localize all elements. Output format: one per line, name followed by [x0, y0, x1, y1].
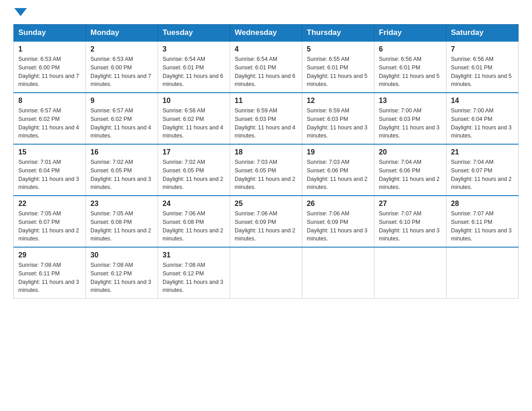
calendar-cell: 21Sunrise: 7:04 AMSunset: 6:07 PMDayligh… [446, 144, 519, 196]
calendar-cell [230, 247, 302, 299]
header-cell-friday: Friday [374, 25, 446, 42]
calendar-week-row: 1Sunrise: 6:53 AMSunset: 6:00 PMDaylight… [14, 41, 519, 93]
day-number: 26 [307, 200, 369, 208]
day-info: Sunrise: 6:56 AMSunset: 6:01 PMDaylight:… [451, 55, 514, 89]
header-cell-monday: Monday [86, 25, 158, 42]
day-number: 24 [163, 200, 225, 208]
day-info: Sunrise: 7:02 AMSunset: 6:05 PMDaylight:… [90, 158, 153, 192]
day-number: 22 [18, 200, 81, 208]
day-info: Sunrise: 6:59 AMSunset: 6:03 PMDaylight:… [307, 107, 369, 140]
day-info: Sunrise: 6:57 AMSunset: 6:02 PMDaylight:… [90, 107, 153, 140]
day-number: 8 [18, 97, 81, 105]
day-number: 4 [235, 45, 297, 53]
day-number: 29 [18, 251, 81, 259]
header-cell-sunday: Sunday [14, 25, 86, 42]
calendar-cell: 19Sunrise: 7:03 AMSunset: 6:06 PMDayligh… [302, 144, 374, 196]
calendar-cell: 23Sunrise: 7:05 AMSunset: 6:08 PMDayligh… [86, 196, 158, 247]
day-number: 12 [307, 97, 369, 105]
day-number: 17 [163, 148, 225, 156]
day-info: Sunrise: 6:54 AMSunset: 6:01 PMDaylight:… [235, 55, 297, 89]
calendar-cell [446, 247, 519, 299]
calendar-cell: 6Sunrise: 6:56 AMSunset: 6:01 PMDaylight… [374, 41, 446, 93]
calendar-header: SundayMondayTuesdayWednesdayThursdayFrid… [14, 25, 519, 42]
calendar-cell: 4Sunrise: 6:54 AMSunset: 6:01 PMDaylight… [230, 41, 302, 93]
day-number: 3 [163, 45, 225, 53]
day-info: Sunrise: 7:08 AMSunset: 6:11 PMDaylight:… [18, 261, 81, 295]
calendar-cell: 5Sunrise: 6:55 AMSunset: 6:01 PMDaylight… [302, 41, 374, 93]
calendar-cell: 1Sunrise: 6:53 AMSunset: 6:00 PMDaylight… [14, 41, 86, 93]
header-row: SundayMondayTuesdayWednesdayThursdayFrid… [14, 25, 519, 42]
day-number: 31 [163, 251, 225, 259]
day-number: 2 [90, 45, 153, 53]
calendar-cell: 9Sunrise: 6:57 AMSunset: 6:02 PMDaylight… [86, 93, 158, 144]
calendar-cell [302, 247, 374, 299]
day-number: 9 [90, 97, 153, 105]
day-info: Sunrise: 6:53 AMSunset: 6:00 PMDaylight:… [90, 55, 153, 89]
calendar-cell: 12Sunrise: 6:59 AMSunset: 6:03 PMDayligh… [302, 93, 374, 144]
day-info: Sunrise: 7:07 AMSunset: 6:11 PMDaylight:… [451, 210, 514, 243]
day-info: Sunrise: 7:04 AMSunset: 6:06 PMDaylight:… [379, 158, 442, 192]
day-number: 16 [90, 148, 153, 156]
calendar-cell: 24Sunrise: 7:06 AMSunset: 6:08 PMDayligh… [158, 196, 230, 247]
calendar-cell: 31Sunrise: 7:08 AMSunset: 6:12 PMDayligh… [158, 247, 230, 299]
calendar-cell: 8Sunrise: 6:57 AMSunset: 6:02 PMDaylight… [14, 93, 86, 144]
day-info: Sunrise: 7:06 AMSunset: 6:08 PMDaylight:… [163, 210, 225, 243]
calendar-week-row: 15Sunrise: 7:01 AMSunset: 6:04 PMDayligh… [14, 144, 519, 196]
day-info: Sunrise: 6:55 AMSunset: 6:01 PMDaylight:… [307, 55, 369, 89]
logo [13, 9, 27, 17]
day-number: 6 [379, 45, 442, 53]
calendar-cell: 13Sunrise: 7:00 AMSunset: 6:03 PMDayligh… [374, 93, 446, 144]
calendar-cell: 17Sunrise: 7:02 AMSunset: 6:05 PMDayligh… [158, 144, 230, 196]
calendar-cell: 30Sunrise: 7:08 AMSunset: 6:12 PMDayligh… [86, 247, 158, 299]
day-number: 30 [90, 251, 153, 259]
logo-triangle-icon [14, 8, 27, 16]
calendar-cell: 7Sunrise: 6:56 AMSunset: 6:01 PMDaylight… [446, 41, 519, 93]
calendar-body: 1Sunrise: 6:53 AMSunset: 6:00 PMDaylight… [14, 41, 519, 299]
day-info: Sunrise: 6:58 AMSunset: 6:02 PMDaylight:… [163, 107, 225, 140]
calendar-cell: 16Sunrise: 7:02 AMSunset: 6:05 PMDayligh… [86, 144, 158, 196]
calendar-cell: 20Sunrise: 7:04 AMSunset: 6:06 PMDayligh… [374, 144, 446, 196]
day-number: 19 [307, 148, 369, 156]
day-number: 5 [307, 45, 369, 53]
day-info: Sunrise: 6:56 AMSunset: 6:01 PMDaylight:… [379, 55, 442, 89]
calendar-cell: 25Sunrise: 7:06 AMSunset: 6:09 PMDayligh… [230, 196, 302, 247]
header-cell-saturday: Saturday [446, 25, 519, 42]
calendar-cell: 18Sunrise: 7:03 AMSunset: 6:05 PMDayligh… [230, 144, 302, 196]
calendar-cell: 29Sunrise: 7:08 AMSunset: 6:11 PMDayligh… [14, 247, 86, 299]
calendar-cell: 27Sunrise: 7:07 AMSunset: 6:10 PMDayligh… [374, 196, 446, 247]
day-info: Sunrise: 7:04 AMSunset: 6:07 PMDaylight:… [451, 158, 514, 192]
day-number: 18 [235, 148, 297, 156]
day-info: Sunrise: 7:03 AMSunset: 6:05 PMDaylight:… [235, 158, 297, 192]
calendar-table: SundayMondayTuesdayWednesdayThursdayFrid… [13, 24, 519, 299]
calendar-cell: 15Sunrise: 7:01 AMSunset: 6:04 PMDayligh… [14, 144, 86, 196]
day-number: 21 [451, 148, 514, 156]
day-number: 13 [379, 97, 442, 105]
calendar-cell: 2Sunrise: 6:53 AMSunset: 6:00 PMDaylight… [86, 41, 158, 93]
day-number: 20 [379, 148, 442, 156]
day-info: Sunrise: 7:03 AMSunset: 6:06 PMDaylight:… [307, 158, 369, 192]
calendar-week-row: 29Sunrise: 7:08 AMSunset: 6:11 PMDayligh… [14, 247, 519, 299]
calendar-cell: 28Sunrise: 7:07 AMSunset: 6:11 PMDayligh… [446, 196, 519, 247]
header-cell-tuesday: Tuesday [158, 25, 230, 42]
day-info: Sunrise: 6:54 AMSunset: 6:01 PMDaylight:… [163, 55, 225, 89]
calendar-cell: 10Sunrise: 6:58 AMSunset: 6:02 PMDayligh… [158, 93, 230, 144]
day-info: Sunrise: 7:08 AMSunset: 6:12 PMDaylight:… [90, 261, 153, 295]
day-number: 10 [163, 97, 225, 105]
day-info: Sunrise: 7:06 AMSunset: 6:09 PMDaylight:… [235, 210, 297, 243]
header-cell-wednesday: Wednesday [230, 25, 302, 42]
day-number: 14 [451, 97, 514, 105]
day-info: Sunrise: 7:08 AMSunset: 6:12 PMDaylight:… [163, 261, 225, 295]
day-info: Sunrise: 7:01 AMSunset: 6:04 PMDaylight:… [18, 158, 81, 192]
day-info: Sunrise: 7:06 AMSunset: 6:09 PMDaylight:… [307, 210, 369, 243]
day-number: 28 [451, 200, 514, 208]
day-info: Sunrise: 7:00 AMSunset: 6:03 PMDaylight:… [379, 107, 442, 140]
day-info: Sunrise: 7:00 AMSunset: 6:04 PMDaylight:… [451, 107, 514, 140]
day-number: 7 [451, 45, 514, 53]
calendar-cell: 11Sunrise: 6:59 AMSunset: 6:03 PMDayligh… [230, 93, 302, 144]
day-number: 25 [235, 200, 297, 208]
day-number: 27 [379, 200, 442, 208]
calendar-cell: 22Sunrise: 7:05 AMSunset: 6:07 PMDayligh… [14, 196, 86, 247]
calendar-cell: 3Sunrise: 6:54 AMSunset: 6:01 PMDaylight… [158, 41, 230, 93]
header-cell-thursday: Thursday [302, 25, 374, 42]
calendar-cell: 26Sunrise: 7:06 AMSunset: 6:09 PMDayligh… [302, 196, 374, 247]
